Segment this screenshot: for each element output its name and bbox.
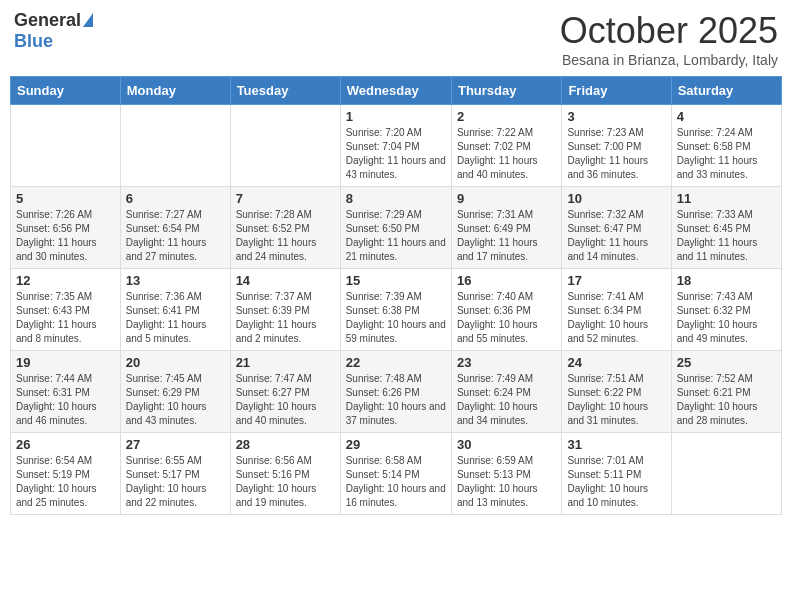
calendar-cell: 21Sunrise: 7:47 AM Sunset: 6:27 PM Dayli… bbox=[230, 351, 340, 433]
day-info: Sunrise: 6:58 AM Sunset: 5:14 PM Dayligh… bbox=[346, 454, 446, 510]
calendar-week-row: 12Sunrise: 7:35 AM Sunset: 6:43 PM Dayli… bbox=[11, 269, 782, 351]
calendar-week-row: 5Sunrise: 7:26 AM Sunset: 6:56 PM Daylig… bbox=[11, 187, 782, 269]
calendar-cell: 22Sunrise: 7:48 AM Sunset: 6:26 PM Dayli… bbox=[340, 351, 451, 433]
day-number: 19 bbox=[16, 355, 115, 370]
day-info: Sunrise: 7:40 AM Sunset: 6:36 PM Dayligh… bbox=[457, 290, 556, 346]
day-header-monday: Monday bbox=[120, 77, 230, 105]
logo-blue-text: Blue bbox=[14, 31, 53, 52]
day-number: 2 bbox=[457, 109, 556, 124]
day-number: 30 bbox=[457, 437, 556, 452]
day-info: Sunrise: 7:51 AM Sunset: 6:22 PM Dayligh… bbox=[567, 372, 665, 428]
day-number: 14 bbox=[236, 273, 335, 288]
calendar-cell: 25Sunrise: 7:52 AM Sunset: 6:21 PM Dayli… bbox=[671, 351, 781, 433]
day-info: Sunrise: 7:32 AM Sunset: 6:47 PM Dayligh… bbox=[567, 208, 665, 264]
calendar-cell: 1Sunrise: 7:20 AM Sunset: 7:04 PM Daylig… bbox=[340, 105, 451, 187]
logo: General Blue bbox=[14, 10, 93, 52]
day-info: Sunrise: 7:47 AM Sunset: 6:27 PM Dayligh… bbox=[236, 372, 335, 428]
day-header-friday: Friday bbox=[562, 77, 671, 105]
calendar-cell bbox=[671, 433, 781, 515]
day-info: Sunrise: 7:28 AM Sunset: 6:52 PM Dayligh… bbox=[236, 208, 335, 264]
day-info: Sunrise: 7:43 AM Sunset: 6:32 PM Dayligh… bbox=[677, 290, 776, 346]
day-info: Sunrise: 7:41 AM Sunset: 6:34 PM Dayligh… bbox=[567, 290, 665, 346]
calendar-cell bbox=[120, 105, 230, 187]
calendar-cell: 7Sunrise: 7:28 AM Sunset: 6:52 PM Daylig… bbox=[230, 187, 340, 269]
day-info: Sunrise: 7:45 AM Sunset: 6:29 PM Dayligh… bbox=[126, 372, 225, 428]
day-number: 20 bbox=[126, 355, 225, 370]
day-number: 23 bbox=[457, 355, 556, 370]
day-info: Sunrise: 7:24 AM Sunset: 6:58 PM Dayligh… bbox=[677, 126, 776, 182]
logo-general-text: General bbox=[14, 10, 81, 31]
day-info: Sunrise: 7:27 AM Sunset: 6:54 PM Dayligh… bbox=[126, 208, 225, 264]
day-info: Sunrise: 7:48 AM Sunset: 6:26 PM Dayligh… bbox=[346, 372, 446, 428]
day-header-sunday: Sunday bbox=[11, 77, 121, 105]
calendar-week-row: 1Sunrise: 7:20 AM Sunset: 7:04 PM Daylig… bbox=[11, 105, 782, 187]
calendar-cell bbox=[230, 105, 340, 187]
day-number: 31 bbox=[567, 437, 665, 452]
day-info: Sunrise: 7:31 AM Sunset: 6:49 PM Dayligh… bbox=[457, 208, 556, 264]
calendar-cell: 19Sunrise: 7:44 AM Sunset: 6:31 PM Dayli… bbox=[11, 351, 121, 433]
day-number: 28 bbox=[236, 437, 335, 452]
calendar-cell: 23Sunrise: 7:49 AM Sunset: 6:24 PM Dayli… bbox=[451, 351, 561, 433]
calendar-cell: 13Sunrise: 7:36 AM Sunset: 6:41 PM Dayli… bbox=[120, 269, 230, 351]
day-number: 16 bbox=[457, 273, 556, 288]
day-info: Sunrise: 7:39 AM Sunset: 6:38 PM Dayligh… bbox=[346, 290, 446, 346]
day-number: 8 bbox=[346, 191, 446, 206]
day-info: Sunrise: 7:33 AM Sunset: 6:45 PM Dayligh… bbox=[677, 208, 776, 264]
calendar-cell: 9Sunrise: 7:31 AM Sunset: 6:49 PM Daylig… bbox=[451, 187, 561, 269]
day-header-thursday: Thursday bbox=[451, 77, 561, 105]
calendar-cell: 11Sunrise: 7:33 AM Sunset: 6:45 PM Dayli… bbox=[671, 187, 781, 269]
day-header-wednesday: Wednesday bbox=[340, 77, 451, 105]
day-number: 26 bbox=[16, 437, 115, 452]
day-info: Sunrise: 7:22 AM Sunset: 7:02 PM Dayligh… bbox=[457, 126, 556, 182]
day-info: Sunrise: 6:54 AM Sunset: 5:19 PM Dayligh… bbox=[16, 454, 115, 510]
month-title: October 2025 bbox=[560, 10, 778, 52]
calendar-cell: 4Sunrise: 7:24 AM Sunset: 6:58 PM Daylig… bbox=[671, 105, 781, 187]
day-info: Sunrise: 7:29 AM Sunset: 6:50 PM Dayligh… bbox=[346, 208, 446, 264]
day-number: 27 bbox=[126, 437, 225, 452]
day-info: Sunrise: 7:01 AM Sunset: 5:11 PM Dayligh… bbox=[567, 454, 665, 510]
calendar-table: SundayMondayTuesdayWednesdayThursdayFrid… bbox=[10, 76, 782, 515]
day-number: 15 bbox=[346, 273, 446, 288]
day-info: Sunrise: 7:44 AM Sunset: 6:31 PM Dayligh… bbox=[16, 372, 115, 428]
calendar-cell: 20Sunrise: 7:45 AM Sunset: 6:29 PM Dayli… bbox=[120, 351, 230, 433]
calendar-cell: 18Sunrise: 7:43 AM Sunset: 6:32 PM Dayli… bbox=[671, 269, 781, 351]
day-info: Sunrise: 6:55 AM Sunset: 5:17 PM Dayligh… bbox=[126, 454, 225, 510]
calendar-cell: 6Sunrise: 7:27 AM Sunset: 6:54 PM Daylig… bbox=[120, 187, 230, 269]
day-number: 29 bbox=[346, 437, 446, 452]
day-info: Sunrise: 7:37 AM Sunset: 6:39 PM Dayligh… bbox=[236, 290, 335, 346]
calendar-cell: 8Sunrise: 7:29 AM Sunset: 6:50 PM Daylig… bbox=[340, 187, 451, 269]
location-subtitle: Besana in Brianza, Lombardy, Italy bbox=[560, 52, 778, 68]
calendar-cell: 28Sunrise: 6:56 AM Sunset: 5:16 PM Dayli… bbox=[230, 433, 340, 515]
calendar-cell: 24Sunrise: 7:51 AM Sunset: 6:22 PM Dayli… bbox=[562, 351, 671, 433]
day-number: 21 bbox=[236, 355, 335, 370]
calendar-cell: 27Sunrise: 6:55 AM Sunset: 5:17 PM Dayli… bbox=[120, 433, 230, 515]
day-number: 17 bbox=[567, 273, 665, 288]
day-info: Sunrise: 7:26 AM Sunset: 6:56 PM Dayligh… bbox=[16, 208, 115, 264]
day-info: Sunrise: 7:20 AM Sunset: 7:04 PM Dayligh… bbox=[346, 126, 446, 182]
calendar-cell: 30Sunrise: 6:59 AM Sunset: 5:13 PM Dayli… bbox=[451, 433, 561, 515]
day-number: 12 bbox=[16, 273, 115, 288]
day-number: 10 bbox=[567, 191, 665, 206]
calendar-cell: 26Sunrise: 6:54 AM Sunset: 5:19 PM Dayli… bbox=[11, 433, 121, 515]
calendar-cell bbox=[11, 105, 121, 187]
day-number: 22 bbox=[346, 355, 446, 370]
day-number: 6 bbox=[126, 191, 225, 206]
calendar-cell: 29Sunrise: 6:58 AM Sunset: 5:14 PM Dayli… bbox=[340, 433, 451, 515]
logo-triangle-icon bbox=[83, 13, 93, 27]
calendar-week-row: 19Sunrise: 7:44 AM Sunset: 6:31 PM Dayli… bbox=[11, 351, 782, 433]
day-header-tuesday: Tuesday bbox=[230, 77, 340, 105]
calendar-cell: 31Sunrise: 7:01 AM Sunset: 5:11 PM Dayli… bbox=[562, 433, 671, 515]
day-info: Sunrise: 7:35 AM Sunset: 6:43 PM Dayligh… bbox=[16, 290, 115, 346]
day-number: 5 bbox=[16, 191, 115, 206]
calendar-cell: 17Sunrise: 7:41 AM Sunset: 6:34 PM Dayli… bbox=[562, 269, 671, 351]
day-info: Sunrise: 6:59 AM Sunset: 5:13 PM Dayligh… bbox=[457, 454, 556, 510]
day-number: 11 bbox=[677, 191, 776, 206]
calendar-cell: 2Sunrise: 7:22 AM Sunset: 7:02 PM Daylig… bbox=[451, 105, 561, 187]
calendar-cell: 3Sunrise: 7:23 AM Sunset: 7:00 PM Daylig… bbox=[562, 105, 671, 187]
day-number: 4 bbox=[677, 109, 776, 124]
day-number: 25 bbox=[677, 355, 776, 370]
calendar-cell: 5Sunrise: 7:26 AM Sunset: 6:56 PM Daylig… bbox=[11, 187, 121, 269]
title-section: October 2025 Besana in Brianza, Lombardy… bbox=[560, 10, 778, 68]
day-number: 3 bbox=[567, 109, 665, 124]
calendar-cell: 14Sunrise: 7:37 AM Sunset: 6:39 PM Dayli… bbox=[230, 269, 340, 351]
